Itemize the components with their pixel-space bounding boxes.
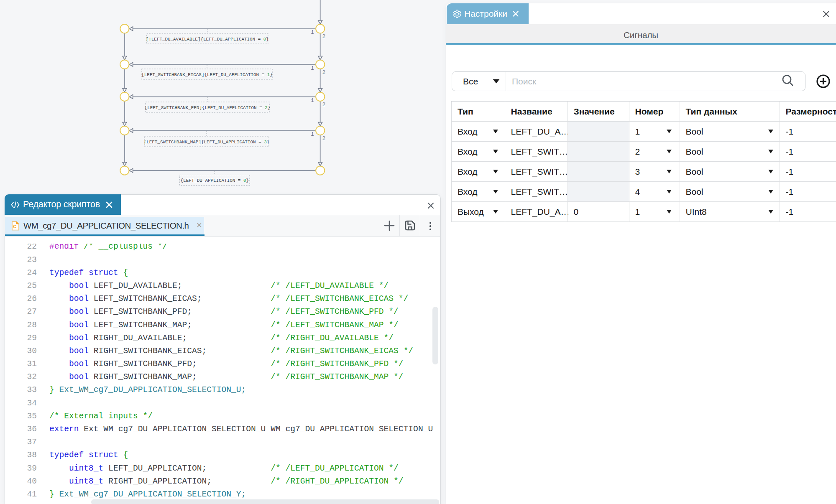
svg-text:1: 1 [311, 98, 314, 104]
svg-text:2: 2 [322, 136, 325, 142]
svg-text:1: 1 [311, 132, 314, 137]
svg-text:2: 2 [322, 102, 325, 108]
svg-text:{LEFT_DU_APPLICATION = 0}: {LEFT_DU_APPLICATION = 0} [181, 178, 249, 183]
svg-text:1: 1 [311, 30, 314, 36]
svg-text:1: 1 [311, 66, 314, 71]
svg-text:[LEFT_SWITCHBANK_PFD]{LEFT_DU_: [LEFT_SWITCHBANK_PFD]{LEFT_DU_APPLICATIO… [145, 105, 271, 110]
svg-text:C: C [13, 224, 16, 229]
svg-text:2: 2 [322, 34, 325, 40]
svg-text:[LEFT_SWITCHBANK_MAP]{LEFT_DU_: [LEFT_SWITCHBANK_MAP]{LEFT_DU_APPLICATIO… [144, 140, 270, 145]
svg-text:[LEFT_SWITCHBANK_EICAS]{LEFT_D: [LEFT_SWITCHBANK_EICAS]{LEFT_DU_APPLICAT… [141, 72, 273, 77]
svg-text:2: 2 [322, 70, 325, 76]
svg-text:[!LEFT_DU_AVAILABLE]{LEFT_DU_A: [!LEFT_DU_AVAILABLE]{LEFT_DU_APPLICATION… [146, 37, 269, 42]
